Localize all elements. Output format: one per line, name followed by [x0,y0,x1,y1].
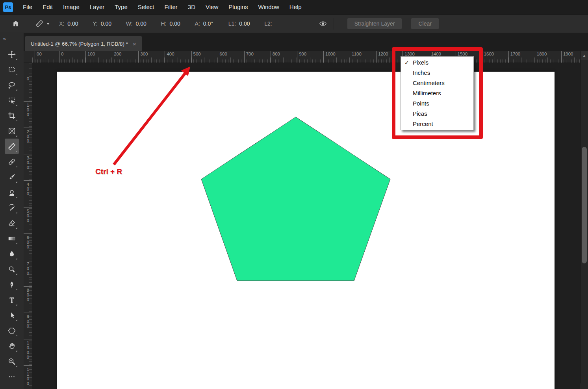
v-ruler-label: 400 [24,180,32,196]
close-icon[interactable]: × [133,41,136,47]
gradient-tool-icon [7,234,16,243]
gradient-tool[interactable] [5,231,19,246]
readout-value: 0.00 [101,20,117,27]
shape-tool[interactable] [5,323,19,338]
tool-list [0,46,24,384]
rectangular-marquee-tool[interactable] [5,62,19,77]
readout-value: 0.00 [136,20,152,27]
menu-item-filter[interactable]: Filter [160,0,183,14]
frame-tool[interactable] [5,123,19,139]
h-ruler-label: 1000 [323,51,336,63]
vertical-ruler[interactable]: 010020030040050060070080090010001100 [24,63,32,389]
menu-item-3d[interactable]: 3D [183,0,200,14]
spot-healing-brush-tool[interactable] [5,154,19,169]
move-tool[interactable] [5,46,19,62]
h-ruler-label: 700 [244,51,254,63]
crop-tool-icon [7,111,16,120]
ruler-tool[interactable] [5,139,19,154]
spot-healing-brush-tool-icon [7,157,16,166]
unit-option-percent[interactable]: Percent [401,119,473,129]
menu-item-type[interactable]: Type [109,0,133,14]
unit-option-inches[interactable]: Inches [401,68,473,78]
chevron-down-icon [46,23,50,25]
blur-tool[interactable] [5,246,19,261]
history-brush-tool-icon [7,204,16,212]
move-tool-icon [7,50,16,59]
ruler-corner[interactable] [24,51,32,63]
readout-value: 0.00 [170,20,186,27]
clone-stamp-tool[interactable] [5,185,19,200]
v-ruler-label: 500 [24,207,32,223]
h-ruler-label: 1900 [561,51,573,63]
v-ruler-label: 0 [24,75,32,81]
unit-option-picas[interactable]: Picas [401,109,473,119]
frame-tool-icon [7,127,16,135]
rectangular-marquee-tool-icon [7,65,16,74]
menu-bar: Ps FileEditImageLayerTypeSelectFilter3DV… [0,0,588,14]
object-selection-tool[interactable] [5,93,19,108]
more-tools-icon [7,372,16,381]
readout-label: L1: [228,20,236,27]
toolbar-collapse-button[interactable]: » [0,33,24,43]
vertical-scrollbar[interactable]: ▲ [580,51,588,383]
menu-item-select[interactable]: Select [133,0,160,14]
pen-tool[interactable] [5,277,19,292]
more-tools[interactable] [5,369,19,384]
readout-l2: L2: [264,20,291,27]
menu-item-help[interactable]: Help [284,0,307,14]
h-ruler-label: 1700 [508,51,521,63]
unit-option-millimeters[interactable]: Millimeters [401,88,473,98]
menu-item-plugins[interactable]: Plugins [223,0,253,14]
h-ruler-label: 1600 [482,51,494,63]
type-tool[interactable] [5,292,19,307]
v-ruler-label: 800 [24,286,32,302]
menu-item-file[interactable]: File [18,0,37,14]
history-brush-tool[interactable] [5,200,19,215]
menu-item-window[interactable]: Window [253,0,284,14]
brush-tool[interactable] [5,169,19,185]
dodge-tool[interactable] [5,261,19,277]
check-icon: ✓ [404,57,409,68]
zoom-tool[interactable] [5,354,19,369]
readout-value: 0.00 [239,20,256,27]
crop-tool[interactable] [5,108,19,123]
home-button[interactable] [9,19,23,28]
document-viewport[interactable] [32,63,580,389]
hand-tool[interactable] [5,338,19,354]
scrollbar-thumb[interactable] [582,147,587,263]
v-ruler-label: 300 [24,154,32,170]
measurement-scale-button[interactable] [319,19,327,28]
pen-tool-icon [7,280,16,289]
menu-item-image[interactable]: Image [58,0,85,14]
scroll-up-icon[interactable]: ▲ [581,51,588,60]
horizontal-ruler[interactable]: 0001002003004005006007008009001000110012… [32,51,580,63]
readout-l1: L1:0.00 [228,20,256,27]
unit-option-centimeters[interactable]: Centimeters [401,78,473,88]
readout-w: W:0.00 [126,20,152,27]
straighten-layer-button[interactable]: Straighten Layer [347,18,402,29]
ruler-tool-icon [7,142,16,151]
ruler-tool-icon [35,19,44,28]
menu-item-view[interactable]: View [200,0,223,14]
path-selection-tool[interactable] [5,307,19,323]
h-ruler-label: 200 [112,51,121,63]
v-ruler-label: 700 [24,260,32,276]
object-selection-tool-icon [7,96,16,105]
readout-label: Y: [93,20,97,27]
h-ruler-label: 600 [218,51,227,63]
document-tab[interactable]: Untitled-1 @ 66.7% (Polygon 1, RGB/8) * … [25,36,142,51]
v-ruler-label: 1000 [24,339,32,359]
menu-item-layer[interactable]: Layer [85,0,110,14]
pentagon-shape[interactable] [201,117,390,281]
menu-item-edit[interactable]: Edit [37,0,58,14]
unit-option-points[interactable]: Points [401,98,473,109]
eraser-tool[interactable] [5,215,19,231]
clear-button[interactable]: Clear [411,18,438,29]
tool-preset-picker[interactable] [31,19,54,28]
lasso-tool[interactable] [5,77,19,93]
blur-tool-icon [7,250,16,258]
v-ruler-label: 1100 [24,365,32,386]
unit-option-pixels[interactable]: Pixels✓ [401,57,473,68]
type-tool-icon [7,296,16,304]
document-canvas[interactable] [57,72,555,389]
